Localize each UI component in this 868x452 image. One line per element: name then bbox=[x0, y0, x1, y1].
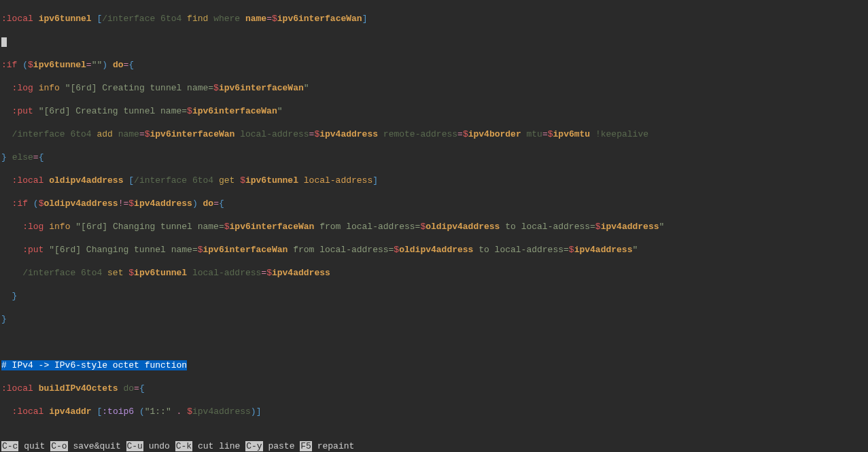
highlighted-comment: # IPv4 -> IPv6-style octet function bbox=[1, 360, 187, 370]
shortcut-key: C-c bbox=[1, 441, 18, 451]
shortcut-label: cut line bbox=[198, 441, 240, 451]
code-line: } bbox=[1, 313, 867, 325]
shortcut-label: paste bbox=[268, 441, 294, 451]
code-line: :if ($oldipv4address!=$ipv4address) do={ bbox=[1, 198, 867, 209]
code-line: :local oldipv4address [/interface 6to4 g… bbox=[1, 175, 867, 186]
code-line: /interface 6to4 set $ipv6tunnel local-ad… bbox=[1, 267, 867, 279]
code-line: :log info "[6rd] Changing tunnel name=$i… bbox=[1, 221, 867, 232]
code-line bbox=[1, 429, 867, 440]
shortcut-label: undo bbox=[149, 441, 170, 451]
code-line: /interface 6to4 add name=$ipv6interfaceW… bbox=[1, 128, 867, 140]
shortcut-key: C-k bbox=[175, 441, 192, 451]
code-line: # IPv4 -> IPv6-style octet function bbox=[1, 360, 867, 371]
statusbar: C-c quit C-o save&quit C-u undo C-k cut … bbox=[0, 440, 868, 452]
code-line: :log info "[6rd] Creating tunnel name=$i… bbox=[1, 82, 867, 94]
code-line bbox=[1, 336, 867, 348]
code-line: :local ipv6tunnel [/interface 6to4 find … bbox=[1, 13, 867, 24]
shortcut-label: quit bbox=[24, 441, 45, 451]
code-line: :put "[6rd] Changing tunnel name=$ipv6in… bbox=[1, 244, 867, 256]
code-line: :put "[6rd] Creating tunnel name=$ipv6in… bbox=[1, 105, 867, 117]
code-line: } else={ bbox=[1, 152, 867, 163]
shortcut-key: C-o bbox=[50, 441, 67, 451]
code-line: :if ($ipv6tunnel="") do={ bbox=[1, 59, 867, 71]
shortcut-key: C-u bbox=[126, 441, 143, 451]
shortcut-key: C-y bbox=[245, 441, 262, 451]
code-line: :local ipv4addr [:toip6 ("1::" . $ipv4ad… bbox=[1, 406, 867, 417]
code-editor[interactable]: :local ipv6tunnel [/interface 6to4 find … bbox=[0, 0, 868, 452]
keyword: :local bbox=[1, 14, 33, 24]
code-line: :local buildIPv4Octets do={ bbox=[1, 383, 867, 394]
variable: ipv6tunnel bbox=[39, 14, 92, 24]
shortcut-label: save&quit bbox=[73, 441, 120, 451]
shortcut-label: repaint bbox=[317, 441, 355, 451]
code-line bbox=[1, 36, 867, 48]
code-line: } bbox=[1, 290, 867, 302]
text-cursor bbox=[1, 37, 7, 47]
shortcut-key: F5 bbox=[300, 441, 312, 451]
